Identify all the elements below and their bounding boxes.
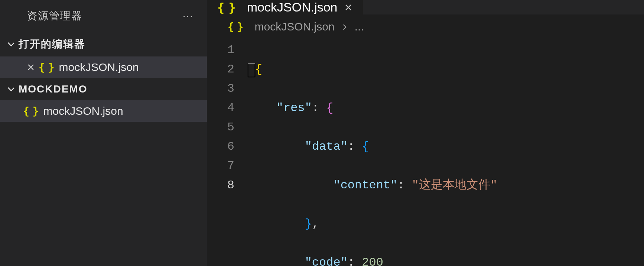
editor-area: { } mockJSON.json { } mockJSON.json ... … [207, 0, 644, 266]
json-icon: { } [39, 61, 53, 74]
more-actions-icon[interactable]: ··· [183, 10, 193, 22]
line-number: 7 [207, 156, 248, 176]
line-number: 8 [207, 176, 248, 195]
json-icon: { } [23, 105, 38, 117]
code-content[interactable]: { "res": { "data": { "content": "这是本地文件"… [248, 39, 644, 266]
open-editors-section-header[interactable]: 打开的编辑器 [0, 32, 207, 56]
line-number: 3 [207, 79, 248, 98]
tab-label: mockJSON.json [247, 0, 338, 14]
close-icon[interactable] [23, 63, 39, 71]
workspace-section-header[interactable]: MOCKDEMO [0, 78, 207, 100]
line-number: 4 [207, 98, 248, 118]
chevron-down-icon [4, 40, 19, 48]
line-number-gutter: 1 2 3 4 5 6 7 8 [207, 39, 248, 266]
explorer-sidebar: 资源管理器 ··· 打开的编辑器 { } mockJSON.json MOCKD… [0, 0, 207, 266]
json-icon: { } [217, 0, 234, 14]
code-editor[interactable]: 1 2 3 4 5 6 7 8 { "res": { "data": { "co… [207, 39, 644, 266]
tab-bar: { } mockJSON.json [207, 0, 644, 14]
open-editor-filename: mockJSON.json [59, 61, 139, 74]
breadcrumb[interactable]: { } mockJSON.json ... [207, 14, 644, 39]
close-icon[interactable] [344, 3, 352, 12]
line-number: 2 [207, 60, 248, 79]
open-editors-label: 打开的编辑器 [19, 37, 85, 51]
file-tree-filename: mockJSON.json [43, 105, 123, 117]
line-number: 6 [207, 137, 248, 156]
line-number: 5 [207, 118, 248, 137]
workspace-label: MOCKDEMO [19, 83, 88, 95]
chevron-down-icon [4, 85, 19, 93]
explorer-header: 资源管理器 ··· [0, 0, 207, 32]
explorer-title: 资源管理器 [27, 9, 82, 23]
chevron-right-icon [341, 20, 348, 33]
line-number: 1 [207, 40, 248, 60]
open-editor-item[interactable]: { } mockJSON.json [0, 56, 207, 78]
breadcrumb-rest: ... [355, 20, 364, 33]
json-icon: { } [228, 21, 242, 33]
breadcrumb-file: mockJSON.json [255, 20, 335, 33]
tab-mockjson[interactable]: { } mockJSON.json [207, 0, 363, 14]
file-tree-item[interactable]: { } mockJSON.json [0, 100, 207, 122]
